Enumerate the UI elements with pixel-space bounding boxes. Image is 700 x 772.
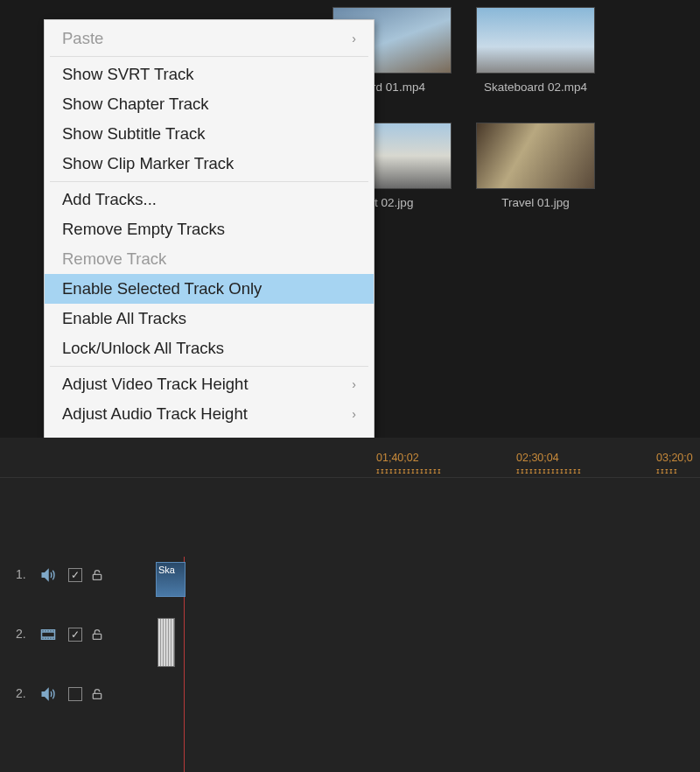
chevron-right-icon: › [352, 377, 356, 391]
menu-item-label: Adjust Video Track Height [62, 375, 248, 394]
menu-item-add-tracks[interactable]: Add Tracks... [45, 185, 374, 214]
track-number: 1. [16, 564, 38, 581]
media-thumb[interactable]: Travel 01.jpg [476, 123, 595, 209]
track-enable-checkbox[interactable]: ✓ [68, 568, 82, 582]
speaker-icon[interactable] [38, 565, 58, 585]
time-tick: 03;20;0 ɪɪɪɪɪ [656, 452, 693, 475]
time-tick: 01;40;02 ɪɪɪɪɪɪɪɪɪɪɪɪɪɪɪ [376, 452, 442, 475]
menu-item-label: Lock/Unlock All Tracks [62, 339, 224, 358]
timeline-clip[interactable] [158, 618, 175, 667]
menu-separator [50, 366, 368, 367]
menu-separator [50, 56, 368, 57]
menu-item-show-subtitle-track[interactable]: Show Subtitle Track [45, 119, 374, 149]
svg-marker-14 [42, 689, 48, 699]
menu-separator [50, 181, 368, 182]
menu-item-enable-all-tracks[interactable]: Enable All Tracks [45, 304, 374, 333]
thumbnail-image [476, 123, 595, 189]
menu-item-label: Enable Selected Track Only [62, 279, 262, 298]
thumbnail-caption: Skateboard 02.mp4 [484, 81, 587, 94]
track-row[interactable]: 2. ✓ [0, 618, 700, 677]
speaker-icon[interactable] [38, 684, 58, 704]
track-number: 2. [16, 683, 38, 700]
time-tick: 02;30;04 ɪɪɪɪɪɪɪɪɪɪɪɪɪɪɪ [516, 452, 582, 475]
menu-item-label: Show Chapter Track [62, 95, 209, 114]
menu-item-label: Show SVRT Track [62, 65, 193, 84]
track-row[interactable]: 2. [0, 677, 700, 737]
chevron-right-icon: › [352, 407, 356, 421]
track-number: 2. [16, 623, 38, 641]
menu-item-adjust-video-track-height[interactable]: Adjust Video Track Height› [45, 369, 374, 399]
menu-item-label: Show Clip Marker Track [62, 154, 234, 173]
track-enable-checkbox[interactable] [68, 687, 82, 701]
time-ruler[interactable]: 01;40;02 ɪɪɪɪɪɪɪɪɪɪɪɪɪɪɪ 02;30;04 ɪɪɪɪɪɪ… [0, 452, 700, 478]
menu-item-remove-empty-tracks[interactable]: Remove Empty Tracks [45, 214, 374, 244]
svg-rect-1 [93, 574, 101, 579]
menu-item-label: Adjust Audio Track Height [62, 404, 248, 424]
menu-item-label: Remove Empty Tracks [62, 220, 225, 239]
lock-icon[interactable] [88, 565, 107, 585]
chevron-right-icon: › [352, 32, 356, 46]
svg-rect-15 [93, 693, 101, 698]
menu-item-paste: Paste› [45, 24, 374, 53]
svg-rect-13 [93, 634, 101, 639]
thumbnail-caption: rt 02.jpg [371, 196, 414, 209]
menu-item-label: Add Tracks... [62, 190, 157, 209]
lock-icon[interactable] [88, 625, 107, 644]
menu-item-enable-selected-track-only[interactable]: Enable Selected Track Only [45, 274, 374, 304]
menu-item-lock-unlock-all-tracks[interactable]: Lock/Unlock All Tracks [45, 333, 374, 363]
filmstrip-icon[interactable] [38, 625, 58, 644]
media-thumb[interactable]: Skateboard 02.mp4 [476, 7, 595, 94]
menu-item-label: Paste [62, 29, 103, 48]
tracks-container: 1. ✓ Ska 2. ✓ [0, 558, 700, 737]
menu-item-adjust-audio-track-height[interactable]: Adjust Audio Track Height› [45, 399, 374, 429]
thumbnail-image [476, 7, 595, 74]
menu-item-show-clip-marker-track[interactable]: Show Clip Marker Track [45, 149, 374, 179]
thumbnail-caption: Travel 01.jpg [501, 196, 570, 209]
timeline-clip[interactable]: Ska [156, 562, 186, 597]
track-enable-checkbox[interactable]: ✓ [68, 628, 82, 642]
menu-item-show-chapter-track[interactable]: Show Chapter Track [45, 89, 374, 119]
menu-item-remove-track: Remove Track [45, 244, 374, 274]
track-row[interactable]: 1. ✓ Ska [0, 558, 700, 618]
menu-item-label: Enable All Tracks [62, 309, 186, 328]
timeline-area: 01;40;02 ɪɪɪɪɪɪɪɪɪɪɪɪɪɪɪ 02;30;04 ɪɪɪɪɪɪ… [0, 438, 700, 772]
menu-item-show-svrt-track[interactable]: Show SVRT Track [45, 60, 374, 89]
lock-icon[interactable] [88, 684, 107, 704]
menu-item-label: Show Subtitle Track [62, 124, 206, 144]
menu-item-label: Remove Track [62, 249, 166, 269]
svg-marker-0 [42, 570, 48, 580]
